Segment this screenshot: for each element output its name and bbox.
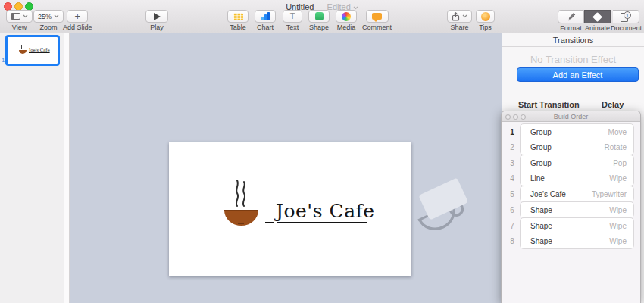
tips-label: Tips <box>479 23 492 31</box>
delay-label: Delay <box>602 100 624 109</box>
chart-button[interactable] <box>255 10 276 23</box>
shape-icon <box>315 12 324 20</box>
shape-label: Shape <box>309 23 329 31</box>
build-row[interactable]: 3 Group Pop <box>521 155 633 170</box>
animate-button[interactable] <box>584 10 611 23</box>
build-row[interactable]: 8 Shape Wipe <box>521 233 633 248</box>
play-tool: Play <box>145 10 168 31</box>
slide-thumbnail-1[interactable]: Joe's Cafe <box>5 35 60 66</box>
document-icon: 1 <box>621 12 631 22</box>
table-tool: Table <box>227 10 249 31</box>
table-button[interactable] <box>227 10 249 23</box>
zoom-value: 25% <box>38 13 52 20</box>
comment-label: Comment <box>362 23 392 31</box>
close-button[interactable] <box>505 114 511 120</box>
slide[interactable]: Joe's Cafe <box>169 142 411 276</box>
document-button[interactable]: 1 <box>613 10 639 23</box>
chart-label: Chart <box>257 23 274 31</box>
animate-label: Animate <box>585 24 610 32</box>
zoom-button[interactable]: 25% <box>33 10 64 23</box>
share-button[interactable] <box>447 10 472 23</box>
play-label: Play <box>150 23 164 31</box>
inspector-segmented-control: Format Animate 1 Document <box>558 10 642 32</box>
add-slide-tool: + Add Slide <box>63 10 92 31</box>
media-button[interactable] <box>336 10 357 23</box>
document-segment: 1 Document <box>611 10 642 32</box>
text-button[interactable]: T <box>283 10 302 23</box>
view-tool: View <box>6 10 33 31</box>
format-brush-icon <box>566 12 576 22</box>
toolbar: Untitled — Edited View 25% Zoom + Add Sl… <box>0 0 644 33</box>
build-row[interactable]: 1 Group Move <box>521 124 633 139</box>
text-tool: T Text <box>283 10 302 31</box>
build-order-list: 1 Group Move 2 Group Rotate 3 Group Pop … <box>502 122 640 249</box>
build-effect: Typewriter <box>592 190 627 198</box>
logo-text[interactable]: Joe's Cafe <box>276 200 375 222</box>
coffee-cup-icon[interactable] <box>224 210 258 226</box>
build-row[interactable]: 5 Joe's Cafe Typewriter <box>521 186 633 201</box>
build-row[interactable]: 2 Group Rotate <box>521 139 633 155</box>
build-target: Line <box>530 174 545 183</box>
zoom-label: Zoom <box>40 23 58 31</box>
build-row[interactable]: 6 Shape Wipe <box>521 202 633 217</box>
slide-canvas[interactable]: Joe's Cafe <box>70 33 502 303</box>
text-icon: T <box>290 12 295 20</box>
plus-icon: + <box>74 11 80 21</box>
view-button[interactable] <box>6 10 33 23</box>
build-number: 1 <box>507 128 517 136</box>
table-icon <box>233 13 243 20</box>
build-group: 1 Group Move 2 Group Rotate <box>520 123 634 155</box>
table-label: Table <box>230 23 246 31</box>
document-badge: 1 <box>624 11 631 19</box>
build-row[interactable]: 4 Line Wipe <box>521 170 633 186</box>
build-group: 3 Group Pop 4 Line Wipe <box>520 155 634 186</box>
offslide-cup-shape[interactable] <box>411 177 479 253</box>
logo-underline-long[interactable] <box>277 222 367 223</box>
build-group: 5 Joe's Cafe Typewriter <box>520 186 634 202</box>
slide-thumbnail-preview: Joe's Cafe <box>8 37 58 64</box>
tips-button[interactable] <box>476 10 495 23</box>
keynote-window: Untitled — Edited View 25% Zoom + Add Sl… <box>0 0 644 303</box>
comment-button[interactable] <box>366 10 389 23</box>
format-button[interactable] <box>558 10 584 23</box>
navigator-canvas-divider <box>64 33 70 303</box>
add-effect-button[interactable]: Add an Effect <box>517 67 639 82</box>
minimize-button[interactable] <box>513 114 518 120</box>
build-row[interactable]: 7 Shape Wipe <box>521 218 633 233</box>
build-number: 6 <box>507 206 517 214</box>
share-tool: Share <box>447 10 472 31</box>
add-slide-label: Add Slide <box>63 23 92 31</box>
build-effect: Wipe <box>609 206 627 214</box>
build-number: 8 <box>507 237 517 245</box>
zoom-button[interactable] <box>521 114 526 120</box>
build-effect: Pop <box>613 159 627 167</box>
build-effect: Move <box>608 128 627 136</box>
animate-segment: Animate <box>584 10 611 32</box>
slide-number: 1 <box>2 57 5 64</box>
share-icon <box>452 12 460 21</box>
share-label: Share <box>450 23 468 31</box>
build-number: 4 <box>507 174 517 183</box>
build-effect: Wipe <box>609 222 627 230</box>
add-slide-button[interactable]: + <box>67 10 88 23</box>
build-order-titlebar[interactable]: Build Order <box>502 111 640 122</box>
chart-icon <box>261 12 270 20</box>
build-number: 3 <box>507 159 517 167</box>
play-button[interactable] <box>145 10 168 23</box>
build-group: 6 Shape Wipe <box>520 201 634 218</box>
zoom-tool: 25% Zoom <box>33 10 64 31</box>
shape-button[interactable] <box>308 10 330 23</box>
logo-underline-short[interactable] <box>265 222 274 223</box>
no-transition-text: No Transition Effect <box>502 54 644 65</box>
shape-tool: Shape <box>308 10 330 31</box>
animate-diamond-icon <box>592 12 602 22</box>
build-effect: Wipe <box>609 174 627 183</box>
build-target: Shape <box>530 237 552 245</box>
comment-tool: Comment <box>362 10 392 31</box>
build-number: 7 <box>507 222 517 230</box>
format-segment: Format <box>558 10 584 32</box>
steam-icon <box>233 180 251 207</box>
start-transition-label: Start Transition <box>518 100 580 109</box>
build-target: Group <box>530 143 552 152</box>
build-number: 2 <box>507 143 517 152</box>
